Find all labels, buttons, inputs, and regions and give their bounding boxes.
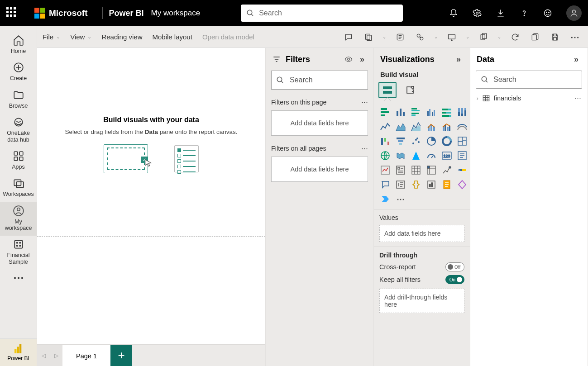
viz-map[interactable] — [378, 149, 392, 162]
feedback-icon[interactable] — [543, 8, 553, 18]
filters-page-dropzone[interactable]: Add data fields here — [271, 110, 368, 136]
viz-waterfall[interactable] — [378, 135, 392, 147]
data-table-more[interactable]: ⋯ — [574, 95, 581, 102]
viz-line[interactable] — [378, 120, 392, 133]
page-prev-button[interactable]: ◁ — [37, 345, 50, 366]
viz-table[interactable] — [409, 164, 423, 176]
viz-power-apps[interactable] — [455, 178, 469, 191]
viz-r[interactable] — [440, 164, 454, 176]
viz-stacked-column[interactable] — [394, 106, 407, 119]
filters-all-dropzone[interactable]: Add data fields here — [271, 157, 368, 182]
viz-stacked-bar[interactable] — [378, 106, 392, 119]
viz-python[interactable] — [455, 164, 469, 176]
filters-all-more[interactable]: ⋯ — [361, 145, 368, 152]
nav-my-workspace[interactable]: Myworkspace — [0, 202, 37, 236]
nav-workspaces[interactable]: Workspaces — [0, 175, 37, 202]
viz-kpi[interactable] — [378, 164, 392, 176]
sync-icon[interactable] — [412, 30, 428, 44]
viz-narrative[interactable] — [425, 178, 438, 191]
add-page-button[interactable]: + — [110, 345, 132, 366]
nav-more[interactable]: ⋯ — [0, 270, 37, 286]
nav-onelake[interactable]: OneLakedata hub — [0, 114, 37, 147]
viz-100-bar[interactable] — [440, 106, 454, 119]
bookmark-icon[interactable] — [361, 30, 376, 44]
viz-line-clustered[interactable] — [440, 120, 454, 133]
viz-ribbon[interactable] — [455, 120, 469, 133]
chevron-down-icon[interactable]: ⌄ — [432, 30, 440, 44]
svg-rect-24 — [17, 347, 19, 353]
viz-multi-card[interactable] — [455, 149, 469, 162]
menu-mobile-layout[interactable]: Mobile layout — [152, 33, 192, 41]
viz-key-influencers[interactable] — [409, 178, 423, 191]
viz-paginated[interactable] — [440, 178, 454, 191]
global-search-input[interactable]: Search — [241, 5, 403, 22]
viz-line-column[interactable] — [425, 120, 438, 133]
more-icon[interactable]: ⋯ — [567, 30, 583, 44]
refresh-icon[interactable] — [507, 30, 523, 44]
collapse-icon[interactable]: » — [454, 54, 464, 64]
menu-view[interactable]: View⌄ — [70, 33, 91, 41]
data-table-financials[interactable]: › financials ⋯ — [470, 94, 588, 102]
workspace-name[interactable]: My workspace — [151, 9, 201, 18]
nav-financial-sample[interactable]: FinancialSample — [0, 236, 37, 270]
help-icon[interactable] — [519, 8, 529, 18]
viz-matrix[interactable] — [425, 164, 438, 176]
nav-home[interactable]: Home — [0, 32, 37, 59]
menu-reading-view[interactable]: Reading view — [101, 33, 142, 41]
viz-area[interactable] — [394, 120, 407, 133]
menu-file[interactable]: File⌄ — [43, 33, 60, 41]
report-canvas[interactable]: Build visuals with your data Select or d… — [37, 48, 266, 366]
page-next-button[interactable]: ▷ — [50, 345, 62, 366]
data-search-input[interactable]: Search — [476, 71, 582, 89]
app-launcher-icon[interactable] — [6, 7, 18, 19]
viz-gauge[interactable] — [425, 149, 438, 162]
notifications-icon[interactable] — [449, 8, 459, 18]
page-tab[interactable]: Page 1 — [62, 345, 110, 366]
collapse-icon[interactable]: » — [571, 54, 581, 64]
viz-treemap[interactable] — [455, 135, 469, 147]
viz-qa[interactable] — [378, 178, 392, 191]
chevron-down-icon[interactable]: ⌄ — [464, 30, 471, 44]
preview-icon[interactable] — [344, 54, 354, 64]
viz-power-automate[interactable] — [378, 193, 392, 205]
settings-icon[interactable] — [472, 8, 482, 18]
nav-powerbi[interactable]: Power BI — [0, 338, 37, 366]
filters-page-more[interactable]: ⋯ — [361, 99, 368, 106]
nav-browse[interactable]: Browse — [0, 86, 37, 114]
viz-pie[interactable] — [425, 135, 438, 147]
viz-decomp[interactable] — [394, 178, 407, 191]
viz-clustered-bar[interactable] — [409, 106, 423, 119]
build-tab[interactable] — [378, 82, 397, 98]
view-icon[interactable] — [392, 30, 408, 44]
nav-create[interactable]: Create — [0, 59, 37, 86]
filters-search-input[interactable]: Search — [271, 71, 368, 90]
format-tab[interactable] — [401, 82, 419, 98]
chevron-down-icon[interactable]: ⌄ — [496, 30, 503, 44]
values-dropzone[interactable]: Add data fields here — [379, 225, 464, 242]
viz-slicer[interactable] — [394, 164, 407, 176]
comment-icon[interactable] — [341, 30, 356, 44]
viz-more-icon[interactable]: ⋯ — [394, 193, 407, 205]
present-icon[interactable] — [444, 30, 459, 44]
viz-azure-map[interactable] — [409, 149, 423, 162]
viz-donut[interactable] — [440, 135, 454, 147]
viz-card[interactable]: 123 — [440, 149, 454, 162]
viz-funnel[interactable] — [394, 135, 407, 147]
duplicate-icon[interactable] — [527, 30, 543, 44]
chevron-down-icon[interactable]: ⌄ — [381, 30, 388, 44]
viz-scatter[interactable] — [409, 135, 423, 147]
keep-filters-toggle[interactable]: On — [445, 275, 464, 284]
svg-rect-49 — [411, 110, 420, 111]
download-icon[interactable] — [496, 8, 506, 18]
cross-report-toggle[interactable]: Off — [445, 262, 464, 271]
viz-clustered-column[interactable] — [425, 106, 438, 119]
copy-icon[interactable] — [476, 30, 491, 44]
viz-filled-map[interactable] — [394, 149, 407, 162]
nav-apps[interactable]: Apps — [0, 147, 37, 175]
save-icon[interactable] — [547, 30, 563, 44]
collapse-icon[interactable]: » — [357, 54, 367, 64]
account-avatar[interactable] — [566, 5, 582, 21]
viz-stacked-area[interactable] — [409, 120, 423, 133]
drillthrough-dropzone[interactable]: Add drill-through fields here — [379, 289, 464, 313]
viz-100-column[interactable] — [455, 106, 469, 119]
